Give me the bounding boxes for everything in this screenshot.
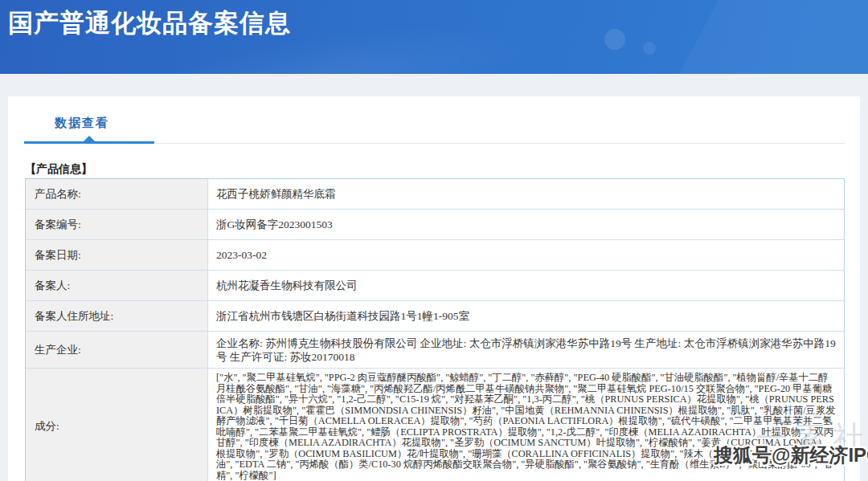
table-row-ingredients: 成分: ["水", "聚二甲基硅氧烷", "PPG-2 肉豆蔻醇醚丙酸酯", "… [26,369,844,481]
tab-active-triangle-icon [84,136,95,141]
table-row-registrant: 备案人: 杭州花凝香生物科技有限公司 [26,271,844,301]
row-value: 浙G妆网备字2023001503 [208,210,844,239]
banner-decor-stripe [667,0,868,74]
banner-decor-circle-small [643,42,656,55]
banner-gap-band [0,74,868,96]
row-label: 备案编号: [26,210,208,239]
tab-data-view[interactable]: 数据查看 [55,116,109,131]
product-info-table: 产品名称: 花西子桃娇鲜颜精华底霜 备案编号: 浙G妆网备字2023001503… [25,178,845,481]
page-title: 国产普通化妆品备案信息 [8,6,291,40]
section-title-product-info: 【产品信息】 [25,162,92,177]
row-value: 2023-03-02 [208,240,844,270]
row-label: 成分: [26,369,208,481]
content-panel: 数据查看 【产品信息】 产品名称: 花西子桃娇鲜颜精华底霜 备案编号: 浙G妆网… [8,96,860,481]
row-label: 产品名称: [26,179,208,209]
table-row-manufacturer: 生产企业: 企业名称: 苏州博克生物科技股份有限公司 企业地址: 太仓市浮桥镇浏… [26,332,844,369]
row-label: 备案人: [26,271,208,300]
row-value: 企业名称: 苏州博克生物科技股份有限公司 企业地址: 太仓市浮桥镇浏家港华苏中路… [208,332,844,368]
row-value: ["水", "聚二甲基硅氧烷", "PPG-2 肉豆蔻醇醚丙酸酯", "鲸蜡醇"… [208,369,844,481]
row-label: 备案日期: [26,240,208,270]
table-row-registration-date: 备案日期: 2023-03-02 [26,240,844,271]
row-label: 备案人住所地址: [26,301,208,331]
table-row-registrant-address: 备案人住所地址: 浙江省杭州市钱塘区白杨街道科技园路1号1幢1-905室 [26,301,844,332]
table-row-product-name: 产品名称: 花西子桃娇鲜颜精华底霜 [26,179,844,210]
row-label: 生产企业: [26,332,208,368]
page-banner: 国产普通化妆品备案信息 [0,0,868,74]
tab-active-underline [24,141,154,144]
table-row-registration-number: 备案编号: 浙G妆网备字2023001503 [26,210,844,240]
banner-decor-circle-large [604,29,625,50]
row-value: 花西子桃娇鲜颜精华底霜 [208,179,844,209]
row-value: 浙江省杭州市钱塘区白杨街道科技园路1号1幢1-905室 [208,301,844,331]
row-value: 杭州花凝香生物科技有限公司 [208,271,844,300]
